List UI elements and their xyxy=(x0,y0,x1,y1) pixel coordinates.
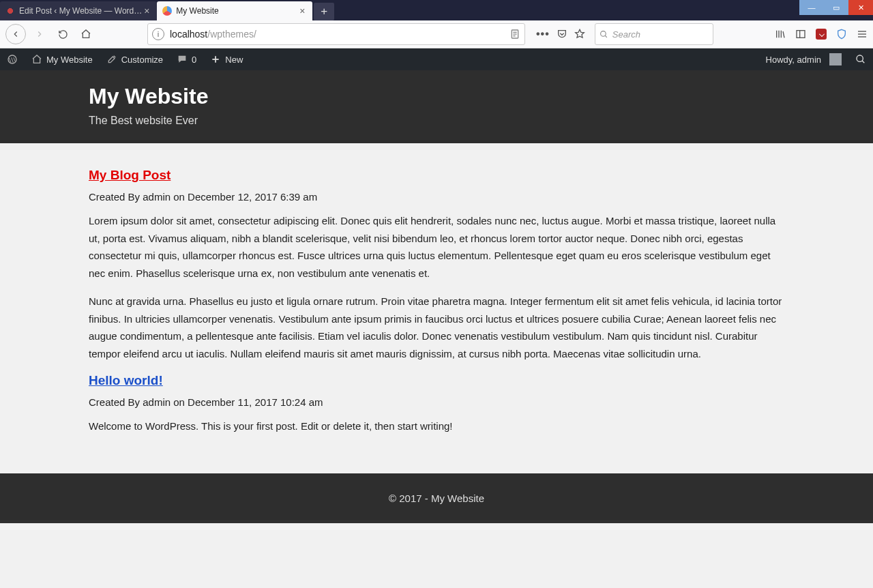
site-footer: © 2017 - My Website xyxy=(0,473,873,523)
plus-icon xyxy=(210,54,221,65)
wp-site-link[interactable]: My Website xyxy=(25,48,100,70)
nav-reload-button[interactable] xyxy=(53,25,72,44)
wp-greeting: Howdy, admin xyxy=(766,55,821,65)
post-title-link[interactable]: Hello world! xyxy=(89,373,163,387)
post-title: Hello world! xyxy=(89,373,784,388)
site-title: My Website xyxy=(89,84,784,109)
site-header: My Website The Best website Ever xyxy=(0,70,873,143)
site-tagline: The Best website Ever xyxy=(89,115,784,127)
search-icon xyxy=(855,54,866,65)
wp-new-link[interactable]: New xyxy=(203,48,250,70)
content-area: My Blog Post Created By admin on Decembe… xyxy=(0,143,873,473)
post-paragraph: Nunc at gravida urna. Phasellus eu justo… xyxy=(89,293,784,362)
hamburger-menu-icon[interactable] xyxy=(857,29,868,40)
browser-tab-strip: Edit Post ‹ My Website — Word… × My Webs… xyxy=(0,0,873,20)
window-minimize-button[interactable]: — xyxy=(799,0,824,15)
browser-tab-active[interactable]: My Website × xyxy=(157,1,312,20)
wp-account-menu[interactable]: Howdy, admin xyxy=(759,53,848,65)
library-icon[interactable] xyxy=(775,29,786,40)
wp-site-name: My Website xyxy=(46,55,93,65)
privacy-shield-icon[interactable] xyxy=(836,28,847,40)
wp-comments-count: 0 xyxy=(192,55,196,65)
tab-favicon-icon xyxy=(162,6,172,16)
svg-line-5 xyxy=(605,35,607,38)
browser-toolbar: i localhost/wpthemes/ ••• Search xyxy=(0,20,873,48)
search-icon xyxy=(600,30,608,39)
nav-back-button[interactable] xyxy=(5,24,26,44)
wp-admin-bar: My Website Customize 0 New Howdy, admin xyxy=(0,48,873,70)
nav-forward-button[interactable] xyxy=(30,25,49,44)
post-meta: Created By admin on December 11, 2017 10… xyxy=(89,396,784,408)
post-meta: Created By admin on December 12, 2017 6:… xyxy=(89,191,784,203)
nav-home-button[interactable] xyxy=(76,25,95,44)
url-host: localhost xyxy=(170,29,207,40)
wp-comments-link[interactable]: 0 xyxy=(170,48,203,70)
search-placeholder: Search xyxy=(612,29,640,40)
page-actions-icon[interactable]: ••• xyxy=(536,28,550,40)
svg-point-18 xyxy=(857,55,863,61)
tab-favicon-icon xyxy=(5,6,15,16)
window-close-button[interactable]: ✕ xyxy=(848,0,873,15)
wp-search-toggle[interactable] xyxy=(848,54,873,65)
tab-close-icon[interactable]: × xyxy=(142,6,151,16)
browser-search-bar[interactable]: Search xyxy=(595,23,713,45)
post-paragraph: Lorem ipsum dolor sit amet, consectetur … xyxy=(89,212,784,282)
ublock-icon[interactable] xyxy=(816,29,827,40)
post-title-link[interactable]: My Blog Post xyxy=(89,168,171,182)
post-title: My Blog Post xyxy=(89,168,784,183)
svg-line-9 xyxy=(783,31,784,38)
brush-icon xyxy=(106,54,117,65)
comment-icon xyxy=(177,54,188,65)
tab-close-icon[interactable]: × xyxy=(297,6,307,16)
svg-point-4 xyxy=(600,31,606,36)
url-bar[interactable]: i localhost/wpthemes/ xyxy=(147,23,525,45)
wp-new-label: New xyxy=(225,55,243,65)
tab-title: My Website xyxy=(176,6,297,16)
tab-title: Edit Post ‹ My Website — Word… xyxy=(19,6,142,16)
svg-line-19 xyxy=(862,61,864,63)
new-tab-button[interactable]: + xyxy=(314,3,334,20)
reader-mode-icon[interactable] xyxy=(509,29,520,40)
bookmark-star-icon[interactable] xyxy=(574,29,585,40)
post-paragraph: Welcome to WordPress. This is your first… xyxy=(89,417,784,435)
browser-tab-inactive[interactable]: Edit Post ‹ My Website — Word… × xyxy=(0,1,157,20)
url-path: /wpthemes/ xyxy=(207,29,256,40)
home-icon xyxy=(31,54,42,65)
svg-rect-10 xyxy=(797,31,805,38)
pocket-icon[interactable] xyxy=(557,29,567,40)
wp-customize-link[interactable]: Customize xyxy=(100,48,170,70)
wordpress-logo-icon xyxy=(7,54,18,65)
footer-text: © 2017 - My Website xyxy=(389,493,484,504)
sidebar-icon[interactable] xyxy=(795,29,806,40)
wp-customize-label: Customize xyxy=(121,55,163,65)
avatar-icon xyxy=(829,53,842,65)
wp-logo-menu[interactable] xyxy=(0,48,25,70)
window-maximize-button[interactable]: ▭ xyxy=(824,0,848,15)
site-info-icon[interactable]: i xyxy=(152,28,164,40)
